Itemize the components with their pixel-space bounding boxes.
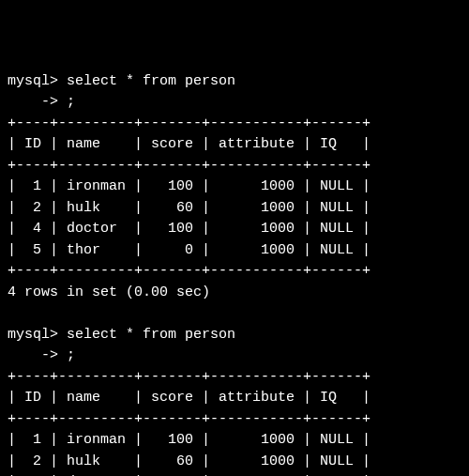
table-row: | 2 | hulk | 60 | 1000 | NULL | — [8, 198, 461, 220]
continuation-line[interactable]: -> ; — [8, 345, 461, 367]
sql-terminator: ; — [67, 94, 75, 110]
sql-terminator: ; — [67, 347, 75, 363]
table-header: | ID | name | score | attribute | IQ | — [8, 388, 461, 409]
sql-command: select * from person — [67, 327, 235, 343]
table-row: | 2 | hulk | 60 | 1000 | NULL | — [8, 452, 461, 473]
table-row: | 4 | doctor | 100 | 1000 | NULL | — [8, 472, 461, 476]
table-separator: +----+---------+-------+-----------+----… — [8, 367, 461, 389]
table-separator: +----+---------+-------+-----------+----… — [8, 114, 461, 135]
continuation-line[interactable]: -> ; — [8, 92, 461, 114]
table-row: | 5 | thor | 0 | 1000 | NULL | — [8, 240, 461, 262]
sql-command: select * from person — [67, 73, 235, 89]
table-row: | 1 | ironman | 100 | 1000 | NULL | — [8, 177, 461, 198]
table-separator: +----+---------+-------+-----------+----… — [8, 261, 461, 283]
terminal-output: mysql> select * from person -> ;+----+--… — [8, 71, 461, 477]
table-separator: +----+---------+-------+-----------+----… — [8, 409, 461, 431]
table-row: | 1 | ironman | 100 | 1000 | NULL | — [8, 430, 461, 452]
mysql-prompt: mysql> — [8, 73, 58, 89]
table-separator: +----+---------+-------+-----------+----… — [8, 156, 461, 177]
blank-line — [8, 303, 461, 325]
table-header: | ID | name | score | attribute | IQ | — [8, 134, 461, 156]
result-status: 4 rows in set (0.00 sec) — [8, 283, 461, 304]
mysql-prompt: mysql> — [8, 327, 58, 343]
query-line[interactable]: mysql> select * from person — [8, 71, 461, 93]
table-row: | 4 | doctor | 100 | 1000 | NULL | — [8, 219, 461, 240]
continuation-prompt: -> — [8, 94, 58, 110]
query-line[interactable]: mysql> select * from person — [8, 325, 461, 346]
continuation-prompt: -> — [8, 347, 58, 363]
